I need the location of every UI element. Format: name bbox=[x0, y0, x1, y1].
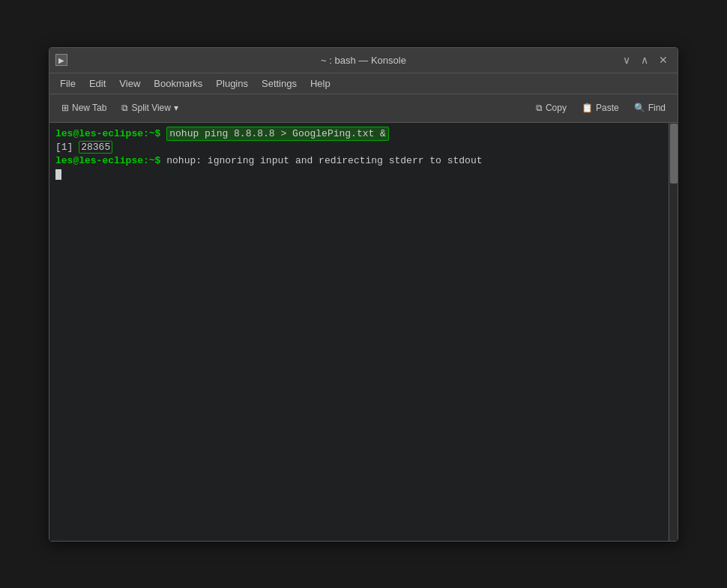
title-bar-left: ▶ bbox=[55, 54, 67, 66]
pid-number: 28365 bbox=[79, 141, 112, 154]
paste-icon: 📋 bbox=[582, 103, 593, 113]
menu-bar: File Edit View Bookmarks Plugins Setting… bbox=[49, 73, 678, 94]
close-button[interactable]: ✕ bbox=[655, 52, 672, 67]
cursor bbox=[55, 169, 61, 180]
copy-icon: ⧉ bbox=[536, 103, 543, 113]
prompt-2: les@les-eclipse:~$ bbox=[55, 155, 160, 166]
terminal-area: les@les-eclipse:~$ nohup ping 8.8.8.8 > … bbox=[49, 123, 678, 541]
menu-view[interactable]: View bbox=[113, 76, 146, 91]
menu-settings[interactable]: Settings bbox=[256, 76, 303, 91]
terminal-line-1: les@les-eclipse:~$ nohup ping 8.8.8.8 > … bbox=[55, 127, 663, 141]
terminal-line-4 bbox=[55, 168, 663, 181]
menu-bookmarks[interactable]: Bookmarks bbox=[148, 76, 208, 91]
terminal-content[interactable]: les@les-eclipse:~$ nohup ping 8.8.8.8 > … bbox=[49, 123, 669, 541]
paste-button[interactable]: 📋 Paste bbox=[576, 100, 625, 116]
menu-file[interactable]: File bbox=[54, 76, 82, 91]
copy-button[interactable]: ⧉ Copy bbox=[530, 100, 573, 116]
terminal-line-2: [1] 28365 bbox=[55, 141, 663, 154]
scrollbar[interactable] bbox=[669, 123, 678, 541]
menu-help[interactable]: Help bbox=[304, 76, 337, 91]
find-button[interactable]: 🔍 Find bbox=[628, 100, 672, 116]
app-icon-char: ▶ bbox=[58, 56, 64, 64]
terminal-line-3: les@les-eclipse:~$ nohup: ignoring input… bbox=[55, 154, 663, 168]
new-tab-icon: ⊞ bbox=[61, 103, 69, 113]
job-number: [1] bbox=[55, 142, 73, 153]
title-bar: ▶ ~ : bash — Konsole ∨ ∧ ✕ bbox=[49, 48, 678, 73]
search-icon: 🔍 bbox=[634, 103, 645, 113]
window-title: ~ : bash — Konsole bbox=[321, 55, 406, 66]
new-tab-button[interactable]: ⊞ New Tab bbox=[55, 100, 112, 116]
konsole-window: ▶ ~ : bash — Konsole ∨ ∧ ✕ File Edit Vie… bbox=[49, 47, 678, 542]
command-highlighted: nohup ping 8.8.8.8 > GooglePing.txt & bbox=[166, 127, 389, 141]
app-icon: ▶ bbox=[55, 54, 67, 66]
scrollbar-thumb[interactable] bbox=[670, 124, 678, 184]
menu-plugins[interactable]: Plugins bbox=[210, 76, 254, 91]
split-view-icon: ⧉ bbox=[121, 103, 128, 113]
title-bar-controls: ∨ ∧ ✕ bbox=[619, 52, 672, 67]
minimize-button[interactable]: ∨ bbox=[619, 52, 634, 67]
prompt-1: les@les-eclipse:~$ bbox=[55, 128, 160, 139]
chevron-down-icon: ▾ bbox=[174, 103, 178, 113]
split-view-button[interactable]: ⧉ Split View ▾ bbox=[115, 100, 184, 116]
toolbar-right: ⧉ Copy 📋 Paste 🔍 Find bbox=[530, 100, 672, 116]
toolbar: ⊞ New Tab ⧉ Split View ▾ ⧉ Copy 📋 Paste … bbox=[49, 94, 678, 123]
menu-edit[interactable]: Edit bbox=[83, 76, 112, 91]
nohup-message: nohup: ignoring input and redirecting st… bbox=[166, 155, 482, 166]
maximize-button[interactable]: ∧ bbox=[637, 52, 652, 67]
